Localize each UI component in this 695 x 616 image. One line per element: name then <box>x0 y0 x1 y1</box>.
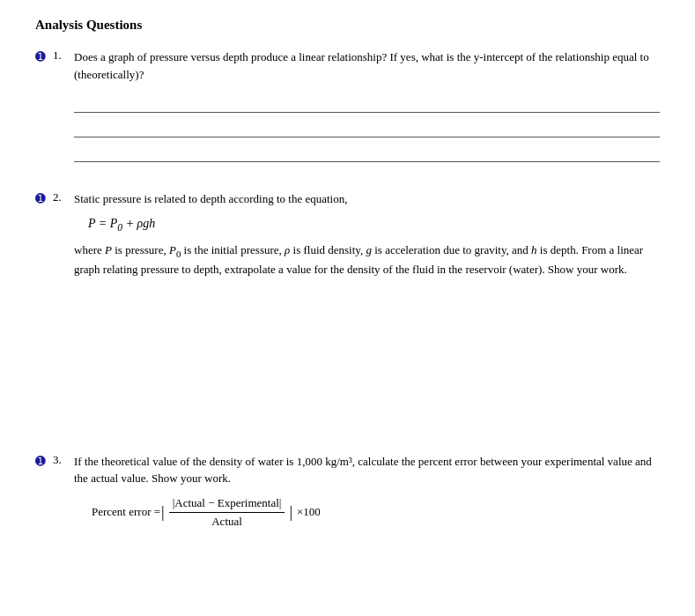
question-2-text-before: Static pressure is related to depth acco… <box>74 190 660 208</box>
question-2-icon: ➊ <box>35 191 46 206</box>
fraction-denominator: Actual <box>208 513 246 529</box>
question-1-text: Does a graph of pressure versus depth pr… <box>74 48 660 83</box>
answer-line[interactable] <box>74 116 660 137</box>
question-1: ➊ 1. Does a graph of pressure versus dep… <box>35 48 660 166</box>
question-2-text-after: where P is pressure, P0 is the initial p… <box>74 241 660 278</box>
equation-text: P <box>88 217 95 230</box>
answer-line[interactable] <box>74 92 660 113</box>
question-1-answer-lines <box>74 92 660 162</box>
question-3-content: If the theoretical value of the density … <box>74 453 660 616</box>
question-3: ➊ 3. If the theoretical value of the den… <box>35 453 660 616</box>
question-3-number: 3. <box>53 453 67 467</box>
fraction-numerator: |Actual − Experimental| <box>169 496 285 513</box>
abs-bar-right: | <box>289 504 292 520</box>
question-2: ➊ 2. Static pressure is related to depth… <box>35 190 660 428</box>
question-2-content: Static pressure is related to depth acco… <box>74 190 660 428</box>
percent-error-fraction: |Actual − Experimental| Actual <box>169 496 285 529</box>
question-2-equation: P = P0 + ρgh <box>88 217 660 234</box>
page-title: Analysis Questions <box>35 18 660 33</box>
percent-error-label: Percent error = <box>92 505 160 519</box>
question-3-work-area[interactable] <box>74 538 660 616</box>
question-1-icon: ➊ <box>35 49 46 64</box>
question-2-work-area[interactable] <box>74 287 660 428</box>
times100: ×100 <box>297 505 321 519</box>
question-1-content: Does a graph of pressure versus depth pr… <box>74 48 660 166</box>
answer-line[interactable] <box>74 141 660 162</box>
percent-error-formula: Percent error = | |Actual − Experimental… <box>92 496 660 529</box>
question-3-text: If the theoretical value of the density … <box>74 453 660 487</box>
question-2-number: 2. <box>53 190 67 204</box>
question-1-number: 1. <box>53 48 67 63</box>
equation-rho: ρgh <box>137 217 156 230</box>
question-3-icon: ➊ <box>35 454 46 469</box>
abs-bar-left: | <box>161 504 165 520</box>
